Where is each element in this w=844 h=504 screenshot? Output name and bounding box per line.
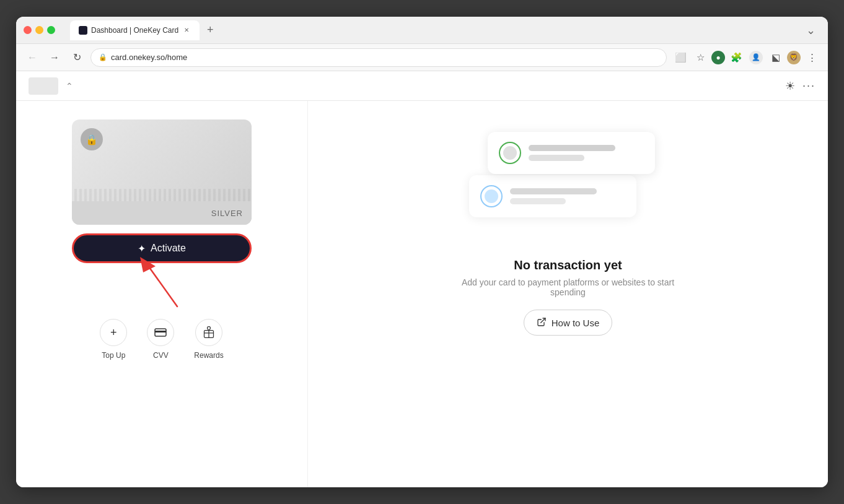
card-tier-text: SILVER xyxy=(211,209,243,218)
tab-favicon-icon xyxy=(79,26,87,35)
cvv-icon xyxy=(147,319,174,346)
empty-state-subtitle: Add your card to payment platforms or we… xyxy=(457,277,680,297)
empty-state-title: No transaction yet xyxy=(514,258,622,272)
lock-icon: 🔒 xyxy=(99,53,107,61)
tab-area: Dashboard | OneKey Card ✕ + xyxy=(70,20,801,40)
minimize-button[interactable] xyxy=(35,26,43,34)
activate-icon: ✦ xyxy=(138,243,146,254)
card-lock-icon: 🔒 xyxy=(81,128,103,150)
top-up-button[interactable]: + Top Up xyxy=(100,319,127,360)
transaction-lines-1 xyxy=(529,145,615,161)
cvv-label: CVV xyxy=(153,351,169,360)
transaction-card-1 xyxy=(488,132,655,174)
top-up-label: Top Up xyxy=(102,351,125,360)
rewards-label: Rewards xyxy=(194,351,223,360)
star-button[interactable]: ☆ xyxy=(692,49,709,66)
app-toolbar: ⌃ ☀ ··· xyxy=(16,71,828,101)
how-to-use-button[interactable]: How to Use xyxy=(524,310,613,336)
bookmark-button[interactable]: ⬜ xyxy=(672,49,689,66)
title-bar: Dashboard | OneKey Card ✕ + ⌄ xyxy=(16,17,828,44)
tab-title: Dashboard | OneKey Card xyxy=(91,26,178,35)
svg-line-5 xyxy=(540,318,545,323)
transaction-card-2 xyxy=(469,175,636,217)
url-text: card.onekey.so/home xyxy=(111,53,187,62)
maximize-button[interactable] xyxy=(47,26,55,34)
toolbar-right: ☀ ··· xyxy=(785,79,815,93)
how-to-use-label: How to Use xyxy=(552,318,600,328)
right-panel: No transaction yet Add your card to paym… xyxy=(307,101,828,487)
browser-window: Dashboard | OneKey Card ✕ + ⌄ ← → ↻ 🔒 ca… xyxy=(16,17,828,487)
address-bar[interactable]: 🔒 card.onekey.so/home xyxy=(90,48,667,67)
cvv-button[interactable]: CVV xyxy=(147,319,174,360)
new-tab-button[interactable]: + xyxy=(202,22,218,38)
forward-button[interactable]: → xyxy=(46,49,63,66)
left-panel: 🔒 SILVER ✦ Activate xyxy=(16,101,307,487)
transaction-avatar-1 xyxy=(499,142,521,164)
nav-right-controls: ⬜ ☆ ● 🧩 👤 ⬕ 🦁 ⋮ xyxy=(672,49,820,66)
nav-bar: ← → ↻ 🔒 card.onekey.so/home ⬜ ☆ ● 🧩 👤 ⬕ … xyxy=(16,44,828,71)
activate-label: Activate xyxy=(151,243,186,254)
card-tier-label: SILVER xyxy=(72,201,252,225)
card-container: 🔒 SILVER ✦ Activate xyxy=(72,119,252,360)
transaction-illustration xyxy=(469,132,667,243)
logo-area: ⌃ xyxy=(29,77,73,95)
split-button[interactable]: ⬕ xyxy=(767,49,785,66)
transaction-lines-2 xyxy=(510,188,597,204)
svg-line-0 xyxy=(146,263,177,306)
extensions-button[interactable]: 🧩 xyxy=(728,49,745,66)
logo-chevron-icon: ⌃ xyxy=(66,81,73,91)
activate-button[interactable]: ✦ Activate xyxy=(72,233,252,263)
extension-icon-2[interactable]: 🦁 xyxy=(787,51,801,64)
action-buttons: + Top Up CVV xyxy=(72,319,252,360)
activate-button-wrapper: ✦ Activate xyxy=(72,233,252,263)
external-link-icon xyxy=(537,317,547,329)
traffic-lights xyxy=(24,26,55,34)
more-button[interactable]: ⋮ xyxy=(803,49,820,66)
reload-button[interactable]: ↻ xyxy=(68,49,86,66)
main-content: 🔒 SILVER ✦ Activate xyxy=(16,101,828,487)
card-visual: 🔒 SILVER xyxy=(72,119,252,225)
close-button[interactable] xyxy=(24,26,32,34)
rewards-icon xyxy=(195,319,222,346)
tab-right-controls: ⌄ xyxy=(806,24,820,37)
svg-rect-3 xyxy=(155,331,166,332)
top-up-icon: + xyxy=(100,319,127,346)
toolbar-more-button[interactable]: ··· xyxy=(802,79,815,92)
transaction-avatar-2 xyxy=(480,185,503,207)
back-button[interactable]: ← xyxy=(24,49,41,66)
extension-icon-1[interactable]: ● xyxy=(711,51,725,64)
active-tab[interactable]: Dashboard | OneKey Card ✕ xyxy=(70,20,200,40)
tab-close-button[interactable]: ✕ xyxy=(182,26,191,35)
card-pattern xyxy=(72,189,252,201)
profile-button[interactable]: 👤 xyxy=(747,49,765,66)
rewards-button[interactable]: Rewards xyxy=(194,319,223,360)
theme-toggle-button[interactable]: ☀ xyxy=(785,79,795,93)
logo-image xyxy=(29,77,58,95)
